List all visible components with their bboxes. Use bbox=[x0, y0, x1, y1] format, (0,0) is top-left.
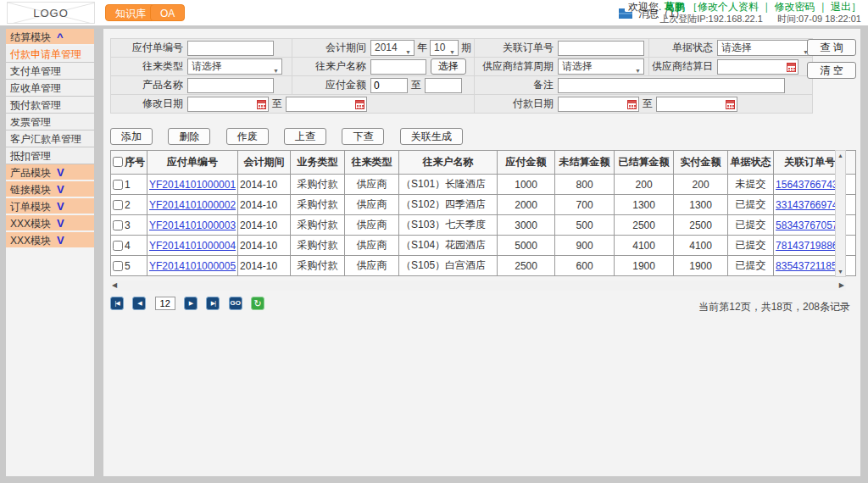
amount-to-input[interactable] bbox=[425, 78, 462, 93]
cell-unsettled: 700 bbox=[555, 195, 615, 215]
bracket-left: ［ bbox=[687, 1, 698, 13]
table-header-row: 序号 应付单编号 会计期间 业务类型 往来类型 往来户名称 应付金额 未结算金额… bbox=[111, 151, 856, 175]
row-checkbox[interactable] bbox=[113, 241, 123, 251]
cell-ctype: 供应商 bbox=[345, 256, 399, 276]
sidebar-item-7[interactable]: 抵扣管理 bbox=[6, 147, 94, 164]
calendar-icon[interactable] bbox=[627, 100, 637, 109]
order-no-input[interactable] bbox=[558, 41, 644, 56]
sidebar-item-4[interactable]: 预付款管理 bbox=[6, 97, 94, 114]
expand-caret-icon[interactable]: V bbox=[57, 200, 64, 213]
sidebar-item-label: 链接模块 bbox=[10, 184, 51, 196]
related-order-link[interactable]: 835437211858 bbox=[776, 260, 843, 272]
related-order-link[interactable]: 331437669745 bbox=[776, 199, 843, 211]
oa-button[interactable]: OA bbox=[150, 4, 185, 21]
amount-from-input[interactable] bbox=[370, 78, 408, 93]
contact-name-input[interactable] bbox=[370, 59, 426, 75]
sidebar-item-0[interactable]: 结算模块^ bbox=[6, 29, 94, 46]
payable-no-label: 应付单编号 bbox=[111, 41, 187, 55]
separator-pipe: ｜ bbox=[818, 1, 828, 13]
cell-settled: 1900 bbox=[615, 256, 674, 276]
prev-page-button[interactable]: ◀ bbox=[132, 297, 146, 310]
scroll-left-icon[interactable]: ◀ bbox=[112, 281, 117, 289]
refresh-button[interactable]: ↻ bbox=[251, 297, 264, 310]
horizontal-scrollbar[interactable]: ◀ ▶ bbox=[110, 280, 846, 291]
scroll-down-icon[interactable]: ▼ bbox=[836, 269, 845, 275]
cell-payable: 2000 bbox=[498, 195, 555, 215]
void-button[interactable]: 作废 bbox=[226, 128, 269, 145]
column-header: 业务类型 bbox=[291, 151, 345, 175]
calendar-icon[interactable] bbox=[787, 63, 796, 72]
row-checkbox[interactable] bbox=[113, 261, 123, 271]
expand-caret-icon[interactable]: V bbox=[57, 183, 64, 196]
prev-lookup-button[interactable]: 上查 bbox=[284, 128, 326, 145]
period-year-select[interactable]: 2014 bbox=[370, 40, 415, 56]
related-order-link[interactable]: 583437670577 bbox=[776, 219, 843, 231]
cell-cname: （S103）七天季度 bbox=[399, 215, 498, 236]
scroll-up-icon[interactable]: ▲ bbox=[836, 153, 845, 158]
sidebar-item-12[interactable]: XXX模块V bbox=[6, 232, 94, 249]
period-month-select[interactable]: 10 bbox=[430, 40, 459, 56]
sidebar-item-9[interactable]: 链接模块V bbox=[6, 181, 94, 198]
link-generate-button[interactable]: 关联生成 bbox=[400, 128, 463, 145]
payable-no-input[interactable] bbox=[187, 41, 274, 56]
doc-status-select[interactable]: 请选择 bbox=[717, 40, 812, 56]
calendar-icon[interactable] bbox=[257, 100, 266, 109]
scroll-right-icon[interactable]: ▶ bbox=[839, 281, 844, 289]
supplier-date-label: 供应商结算日 bbox=[649, 59, 717, 74]
delete-button[interactable]: 删除 bbox=[168, 128, 210, 145]
row-checkbox[interactable] bbox=[113, 220, 123, 230]
calendar-icon[interactable] bbox=[355, 100, 364, 109]
sidebar-item-5[interactable]: 发票管理 bbox=[6, 114, 94, 130]
go-button[interactable]: GO bbox=[229, 297, 242, 310]
change-password-link[interactable]: 修改密码 bbox=[775, 1, 815, 13]
first-page-button[interactable]: |◀ bbox=[110, 297, 124, 310]
select-all-checkbox[interactable] bbox=[113, 157, 123, 167]
cell-code: YF2014101000004 bbox=[147, 236, 238, 256]
related-order-link[interactable]: 156437667435 bbox=[776, 179, 843, 191]
contact-select-button[interactable]: 选择 bbox=[431, 58, 466, 75]
sidebar-item-10[interactable]: 订单模块V bbox=[6, 198, 94, 215]
cell-paid: 2500 bbox=[674, 215, 728, 236]
payable-doc-link[interactable]: YF2014101000005 bbox=[149, 260, 236, 272]
cell-biz: 采购付款 bbox=[291, 236, 345, 256]
expand-caret-icon[interactable]: V bbox=[57, 234, 64, 247]
contact-type-select[interactable]: 请选择 bbox=[187, 58, 282, 75]
row-checkbox[interactable] bbox=[113, 180, 123, 190]
sidebar-item-label: 应收单管理 bbox=[10, 82, 61, 94]
knowledge-base-button[interactable]: 知识库 bbox=[105, 4, 156, 21]
calendar-icon[interactable] bbox=[726, 100, 735, 109]
query-button[interactable]: 查 询 bbox=[807, 39, 856, 56]
sidebar-item-label: 客户汇款单管理 bbox=[10, 133, 81, 145]
cell-cname: （S104）花园酒店 bbox=[399, 236, 498, 256]
supplier-cycle-select[interactable]: 请选择 bbox=[558, 58, 644, 75]
sidebar-item-8[interactable]: 产品模块V bbox=[6, 164, 94, 181]
vertical-scrollbar[interactable]: ▲ ▼ bbox=[835, 150, 846, 277]
collapse-caret-icon[interactable]: ^ bbox=[57, 31, 64, 43]
clear-button[interactable]: 清 空 bbox=[807, 62, 856, 79]
sidebar-item-11[interactable]: XXX模块V bbox=[6, 215, 94, 232]
sidebar-item-1[interactable]: 付款申请单管理 bbox=[6, 46, 94, 63]
payable-doc-link[interactable]: YF2014101000004 bbox=[149, 240, 236, 252]
payable-doc-link[interactable]: YF2014101000002 bbox=[149, 199, 236, 211]
expand-caret-icon[interactable]: V bbox=[57, 166, 64, 179]
product-name-input[interactable] bbox=[187, 78, 274, 93]
logout-link[interactable]: 退出 bbox=[831, 1, 851, 13]
sidebar-item-2[interactable]: 支付单管理 bbox=[6, 63, 94, 80]
related-order-link[interactable]: 781437198868 bbox=[776, 240, 843, 252]
last-page-button[interactable]: ▶| bbox=[206, 297, 220, 310]
edit-profile-link[interactable]: 修改个人资料 bbox=[698, 1, 759, 13]
cell-period: 2014-10 bbox=[238, 236, 291, 256]
next-page-button[interactable]: ▶ bbox=[184, 297, 198, 310]
payable-doc-link[interactable]: YF2014101000003 bbox=[149, 219, 236, 231]
column-header: 应付单编号 bbox=[147, 151, 238, 175]
row-checkbox[interactable] bbox=[113, 200, 123, 210]
sidebar-item-6[interactable]: 客户汇款单管理 bbox=[6, 130, 94, 147]
cell-settled: 4100 bbox=[615, 236, 674, 256]
next-lookup-button[interactable]: 下查 bbox=[342, 128, 384, 145]
expand-caret-icon[interactable]: V bbox=[57, 217, 64, 230]
add-button[interactable]: 添加 bbox=[110, 128, 153, 145]
payable-doc-link[interactable]: YF2014101000001 bbox=[149, 179, 236, 191]
remark-input[interactable] bbox=[558, 78, 785, 93]
page-number-input[interactable] bbox=[155, 297, 175, 310]
sidebar-item-3[interactable]: 应收单管理 bbox=[6, 80, 94, 97]
